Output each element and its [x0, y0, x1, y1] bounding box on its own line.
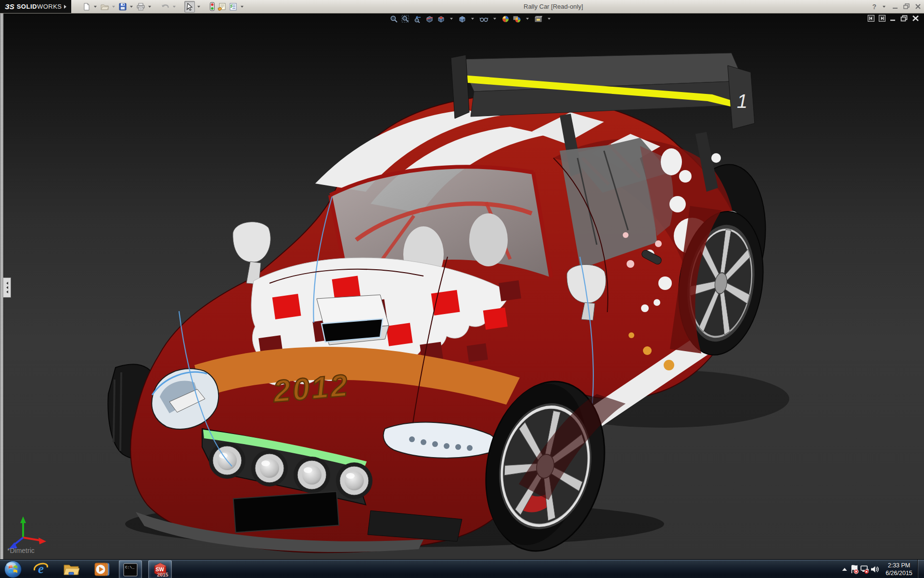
- titlebar: ЗS SOLIDWORKS: [0, 0, 924, 13]
- print-dropdown-icon[interactable]: [148, 6, 151, 8]
- window-title: Rally Car [Read-only]: [524, 0, 583, 13]
- open-dropdown-icon[interactable]: [112, 6, 115, 8]
- taskbar-media-player[interactable]: [90, 560, 114, 578]
- print-button[interactable]: [136, 1, 146, 12]
- open-button[interactable]: [100, 1, 110, 12]
- undo-button[interactable]: [160, 1, 170, 12]
- restore-button[interactable]: [903, 3, 910, 10]
- save-dropdown-icon[interactable]: [130, 6, 133, 8]
- logo-3ds-mark: ЗS: [5, 2, 14, 11]
- clock-time: 2:33 PM: [884, 562, 914, 569]
- show-hidden-icons-button[interactable]: [839, 560, 849, 578]
- svg-text:2015: 2015: [157, 572, 168, 578]
- standard-toolbar: [82, 1, 245, 13]
- undo-dropdown-icon[interactable]: [173, 6, 176, 8]
- windows-start-orb: [4, 560, 22, 578]
- svg-text:C:\_: C:\_: [125, 565, 134, 569]
- hood-scoop[interactable]: [317, 295, 389, 345]
- solidworks-logo: ЗS SOLIDWORKS: [0, 0, 71, 13]
- rebuild-button[interactable]: [209, 1, 216, 12]
- license-plate[interactable]: [233, 492, 339, 533]
- rally-light-2: [251, 450, 288, 486]
- minimize-button[interactable]: [892, 3, 898, 10]
- logo-text-solid: SOLID: [17, 3, 37, 10]
- logo-text-works: WORKS: [37, 3, 62, 10]
- collapse-arrow-icon: [6, 286, 8, 289]
- help-dropdown-icon[interactable]: [883, 6, 886, 8]
- taskbar-windows-explorer[interactable]: [60, 560, 83, 578]
- folder-icon: [63, 562, 79, 577]
- feature-manager-collapse-tab[interactable]: [3, 277, 11, 298]
- action-center-icon[interactable]: [849, 560, 860, 578]
- taskbar-command-prompt[interactable]: C:\_: [119, 560, 142, 578]
- graphics-viewport[interactable]: 1: [0, 13, 924, 559]
- options-dropdown-icon[interactable]: [241, 6, 244, 8]
- wing-number-decal: 1: [737, 91, 747, 112]
- taskbar-clock[interactable]: 2:33 PM 6/26/2015: [884, 562, 914, 577]
- new-dropdown-icon[interactable]: [94, 6, 97, 8]
- rally-car-model[interactable]: 1: [0, 13, 924, 559]
- options-button[interactable]: [228, 1, 238, 12]
- help-button[interactable]: ?: [872, 3, 876, 11]
- select-dropdown-icon[interactable]: [197, 6, 200, 8]
- up-arrow-icon: [842, 568, 847, 571]
- start-button[interactable]: [3, 560, 23, 578]
- clock-date: 6/26/2015: [884, 569, 914, 577]
- collapse-arrow-icon: [6, 290, 8, 293]
- taskbar-solidworks[interactable]: SW 2015: [148, 560, 172, 578]
- rally-light-4: [336, 462, 372, 499]
- windows-taskbar: e C:\_: [0, 559, 924, 578]
- system-tray: 2:33 PM 6/26/2015: [839, 560, 924, 578]
- ie-icon: e: [33, 562, 49, 577]
- solidworks-window: ЗS SOLIDWORKS: [0, 0, 924, 578]
- solidworks-icon: SW 2015: [152, 562, 168, 578]
- command-prompt-icon: C:\_: [123, 563, 138, 577]
- menu-expand-arrow-icon[interactable]: [64, 5, 66, 9]
- save-button[interactable]: [118, 1, 128, 12]
- window-controls: ?: [872, 0, 921, 13]
- network-status-icon[interactable]: [860, 560, 870, 578]
- volume-icon[interactable]: [870, 560, 880, 578]
- close-button[interactable]: [915, 3, 921, 10]
- sail-panel-dot: [661, 148, 682, 175]
- show-desktop-button[interactable]: [917, 560, 924, 578]
- taskbar-internet-explorer[interactable]: e: [30, 560, 52, 578]
- new-document-button[interactable]: [82, 1, 91, 12]
- rally-light-3: [294, 457, 330, 493]
- select-tool-button[interactable]: [184, 1, 195, 13]
- hood-year-decal: 2012: [271, 368, 351, 409]
- collapse-arrow-icon: [6, 282, 8, 285]
- file-properties-button[interactable]: [217, 1, 227, 12]
- view-orientation-label: *Dimetric: [7, 547, 35, 554]
- media-player-icon: [94, 562, 110, 577]
